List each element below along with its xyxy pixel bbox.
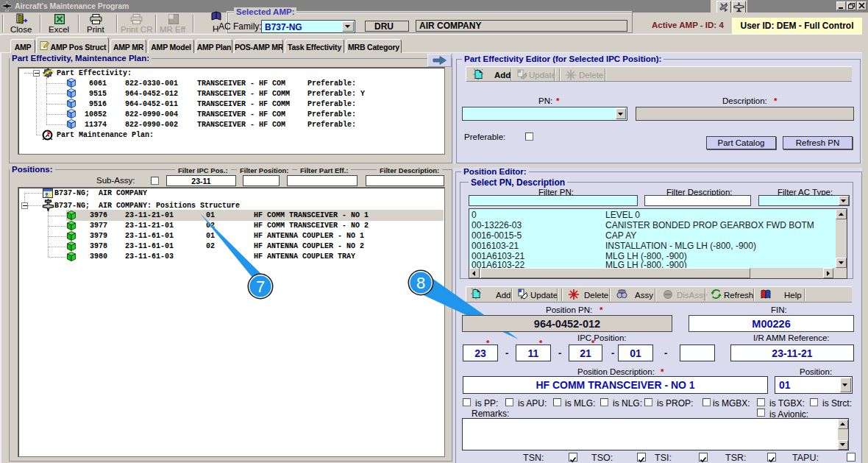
svg-text:7: 7 [256, 278, 265, 296]
svg-text:8: 8 [416, 274, 425, 292]
